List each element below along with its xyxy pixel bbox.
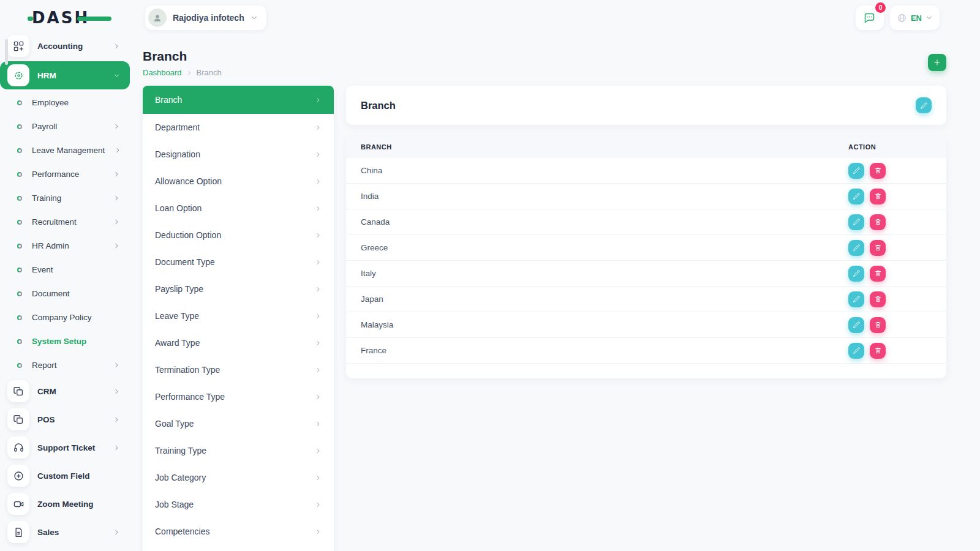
submenu-item-job-category[interactable]: Job Category [143,464,334,491]
chevron-right-icon [113,43,120,50]
sidebar: AccountingHRMEmployeePayrollLeave Manage… [0,32,130,551]
delete-branch-button[interactable] [870,343,886,359]
submenu-item-payslip-type[interactable]: Payslip Type [143,276,334,302]
delete-branch-button[interactable] [870,214,886,230]
submenu-item-deduction-option[interactable]: Deduction Option [143,222,334,249]
sidebar-item-custom-field[interactable]: Custom Field [0,462,130,490]
chevron-right-icon [115,147,121,154]
delete-branch-button[interactable] [870,266,886,282]
messages-button[interactable]: 0 [856,6,884,30]
branch-table: BRANCH ACTION ChinaIndiaCanadaGreeceItal… [346,136,946,378]
submenu-item-branch[interactable]: Branch [143,86,334,114]
headset-icon [13,442,24,454]
submenu-item-label: Goal Type [155,419,315,429]
edit-branch-button[interactable] [848,189,864,204]
submenu-item-label: Designation [155,149,315,159]
delete-branch-button[interactable] [870,240,886,256]
plus-circle-icon [13,470,24,482]
sidebar-item-sales[interactable]: Sales [0,518,130,546]
chevron-right-icon [315,421,322,427]
breadcrumb-dashboard[interactable]: Dashboard [143,68,182,77]
trash-icon [874,347,882,354]
submenu-item-label: Loan Option [155,203,315,213]
chevron-right-icon [113,242,120,249]
app-logo[interactable]: DASH [32,7,124,29]
sidebar-item-hrm[interactable]: HRM [0,61,130,89]
sidebar-item-label: Custom Field [37,471,120,481]
submenu-item-allowance-option[interactable]: Allowance Option [143,168,334,195]
submenu-item-job-stage[interactable]: Job Stage [143,491,334,518]
sidebar-item-event[interactable]: Event [0,258,130,282]
sidebar-item-company-policy[interactable]: Company Policy [0,305,130,329]
submenu-item-performance-type[interactable]: Performance Type [143,383,334,410]
sidebar-item-label: HR Admin [32,241,104,250]
language-selector[interactable]: EN [890,6,940,30]
chevron-right-icon [315,313,322,320]
sidebar-item-leave-management[interactable]: Leave Management [0,138,130,162]
bullet-icon [17,315,22,320]
logo-accent-dot [28,17,33,21]
chevron-right-icon [315,124,322,131]
submenu-item-designation[interactable]: Designation [143,141,334,168]
sidebar-item-system-setup[interactable]: System Setup [0,329,130,353]
pencil-icon [920,102,928,110]
submenu-item-competencies[interactable]: Competencies [143,518,334,545]
sidebar-item-training[interactable]: Training [0,186,130,210]
submenu-item-termination-type[interactable]: Termination Type [143,356,334,383]
sidebar-item-label: Payroll [32,122,104,131]
submenu-item-document-type[interactable]: Document Type [143,249,334,276]
chevron-right-icon [315,501,322,508]
delete-branch-button[interactable] [870,317,886,333]
submenu-item-goal-type[interactable]: Goal Type [143,410,334,437]
topbar-actions: 0 EN [856,6,940,30]
sidebar-item-zoom-meeting[interactable]: Zoom Meeting [0,490,130,518]
table-header: BRANCH ACTION [346,136,946,158]
sidebar-item-document[interactable]: Document [0,282,130,305]
edit-branch-button[interactable] [848,317,864,333]
sidebar-item-label: POS [37,415,105,424]
sidebar-item-label: Company Policy [32,313,120,322]
sidebar-item-performance[interactable]: Performance [0,162,130,186]
sidebar-item-employee[interactable]: Employee [0,91,130,114]
submenu-item-department[interactable]: Department [143,114,334,141]
submenu-item-leave-type[interactable]: Leave Type [143,302,334,329]
sidebar-item-label: Sales [37,528,105,537]
sidebar-item-crm[interactable]: CRM [0,377,130,405]
sidebar-item-label: Event [32,265,120,274]
chat-icon [863,12,876,24]
sidebar-item-report[interactable]: Report [0,353,130,377]
sidebar-item-hr-admin[interactable]: HR Admin [0,234,130,258]
chevron-right-icon [113,171,120,178]
submenu-item-training-type[interactable]: Training Type [143,437,334,464]
branch-name: Canada [346,217,848,227]
delete-branch-button[interactable] [870,291,886,307]
sidebar-item-label: Recruitment [32,217,104,227]
edit-branch-button[interactable] [848,163,864,179]
submenu-item-loan-option[interactable]: Loan Option [143,195,334,222]
sidebar-item-label: Employee [32,98,120,107]
company-switcher[interactable]: Rajodiya infotech [145,6,266,30]
edit-branch-button[interactable] [848,240,864,256]
edit-branch-button[interactable] [848,214,864,230]
submenu-item-label: Branch [155,95,315,105]
main-content: Branch Dashboard Branch BranchDepartment… [143,36,946,551]
sidebar-item-payroll[interactable]: Payroll [0,114,130,138]
sidebar-item-pos[interactable]: POS [0,405,130,433]
sidebar-item-recruitment[interactable]: Recruitment [0,210,130,234]
pencil-icon [853,347,861,354]
sidebar-scrollbar[interactable] [5,39,8,65]
delete-branch-button[interactable] [870,163,886,179]
edit-branch-button[interactable] [848,266,864,282]
edit-branch-button[interactable] [848,343,864,359]
submenu-item-label: Award Type [155,338,315,348]
sidebar-item-support-ticket[interactable]: Support Ticket [0,433,130,462]
add-branch-button[interactable] [928,54,946,71]
delete-branch-button[interactable] [870,189,886,204]
system-setup-menu: BranchDepartmentDesignationAllowance Opt… [143,86,334,551]
sidebar-item-label: Zoom Meeting [37,500,120,509]
panel-edit-button[interactable] [916,97,932,113]
edit-branch-button[interactable] [848,291,864,307]
submenu-item-award-type[interactable]: Award Type [143,329,334,356]
sidebar-item-accounting[interactable]: Accounting [0,32,130,60]
submenu-item-label: Training Type [155,446,315,455]
